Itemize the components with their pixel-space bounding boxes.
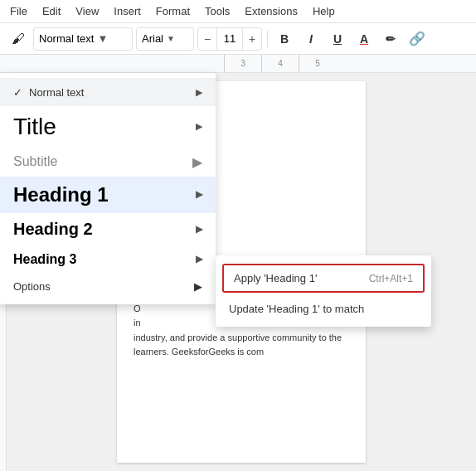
- paint-format-button[interactable]: 🖌: [7, 28, 30, 50]
- font-size-increase-button[interactable]: +: [243, 27, 261, 51]
- apply-heading1-label: Apply 'Heading 1': [234, 272, 317, 284]
- ruler-mark-4: 4: [261, 55, 299, 73]
- menu-format[interactable]: Format: [149, 2, 197, 20]
- menu-insert[interactable]: Insert: [107, 2, 148, 20]
- subtitle-label: Subtitle: [13, 154, 57, 169]
- font-dropdown[interactable]: Arial ▼: [136, 27, 194, 51]
- menu-extensions[interactable]: Extensions: [238, 2, 304, 20]
- ruler-mark-5: 5: [299, 55, 336, 73]
- dropdown-item-subtitle[interactable]: Subtitle ▶: [0, 148, 216, 177]
- heading3-label: Heading 3: [13, 252, 76, 267]
- subtitle-arrow: ▶: [192, 154, 202, 170]
- normal-text-label: Normal text: [29, 86, 196, 99]
- heading2-label: Heading 2: [13, 220, 93, 239]
- dropdown-item-heading3[interactable]: Heading 3 ▶: [0, 245, 216, 274]
- italic-button[interactable]: I: [299, 27, 323, 51]
- menubar: File Edit View Insert Format Tools Exten…: [0, 0, 476, 23]
- check-mark: ✓: [13, 86, 22, 99]
- font-size-decrease-button[interactable]: −: [198, 27, 216, 51]
- heading1-label: Heading 1: [13, 183, 109, 206]
- title-arrow: ▶: [196, 121, 202, 132]
- font-dropdown-arrow: ▼: [167, 34, 175, 43]
- normal-text-arrow: ▶: [196, 87, 202, 98]
- heading1-arrow: ▶: [196, 189, 202, 200]
- menu-edit[interactable]: Edit: [36, 2, 67, 20]
- update-heading1-label: Update 'Heading 1' to match: [229, 303, 364, 315]
- font-size-value[interactable]: 11: [216, 28, 243, 50]
- toolbar-divider-1: [267, 31, 268, 47]
- style-dropdown-label: Normal text: [39, 32, 94, 45]
- style-dropdown-menu: ✓ Normal text ▶ Title ▶ Subtitle ▶ Headi…: [0, 73, 216, 304]
- update-heading1-button[interactable]: Update 'Heading 1' to match: [216, 296, 431, 322]
- options-arrow: ▶: [194, 280, 202, 293]
- heading2-arrow: ▶: [196, 224, 202, 235]
- style-dropdown[interactable]: Normal text ▼: [33, 27, 133, 51]
- dropdown-item-title[interactable]: Title ▶: [0, 106, 216, 148]
- menu-tools[interactable]: Tools: [198, 2, 236, 20]
- font-size-control: − 11 +: [197, 27, 262, 51]
- menu-help[interactable]: Help: [306, 2, 342, 20]
- menu-file[interactable]: File: [3, 2, 34, 20]
- highlight-button[interactable]: ✏: [379, 27, 402, 51]
- apply-heading1-button[interactable]: Apply 'Heading 1' Ctrl+Alt+1: [222, 264, 425, 293]
- dropdown-item-heading1[interactable]: Heading 1 ▶: [0, 177, 216, 213]
- heading3-arrow: ▶: [196, 254, 202, 265]
- ruler: 3 4 5: [0, 55, 476, 73]
- bold-button[interactable]: B: [273, 27, 296, 51]
- link-button[interactable]: 🔗: [406, 27, 429, 51]
- font-dropdown-label: Arial: [142, 32, 163, 45]
- toolbar: 🖌 Normal text ▼ Arial ▼ − 11 + B I U A ✏…: [0, 23, 476, 55]
- ruler-mark-3: 3: [224, 55, 261, 73]
- title-label: Title: [13, 113, 56, 141]
- options-label: Options: [13, 280, 51, 293]
- heading1-submenu: Apply 'Heading 1' Ctrl+Alt+1 Update 'Hea…: [216, 255, 431, 327]
- dropdown-item-heading2[interactable]: Heading 2 ▶: [0, 213, 216, 245]
- menu-view[interactable]: View: [69, 2, 105, 20]
- apply-heading1-shortcut: Ctrl+Alt+1: [369, 273, 413, 284]
- dropdown-item-options[interactable]: Options ▶: [0, 274, 216, 299]
- text-color-button[interactable]: A: [352, 27, 376, 51]
- content-area: ✓ Normal text ▶ Title ▶ Subtitle ▶ Headi…: [0, 73, 476, 471]
- style-dropdown-arrow: ▼: [97, 32, 108, 45]
- underline-button[interactable]: U: [326, 27, 349, 51]
- dropdown-item-normal-text[interactable]: ✓ Normal text ▶: [0, 78, 216, 106]
- ruler-marks: 3 4 5: [224, 55, 336, 73]
